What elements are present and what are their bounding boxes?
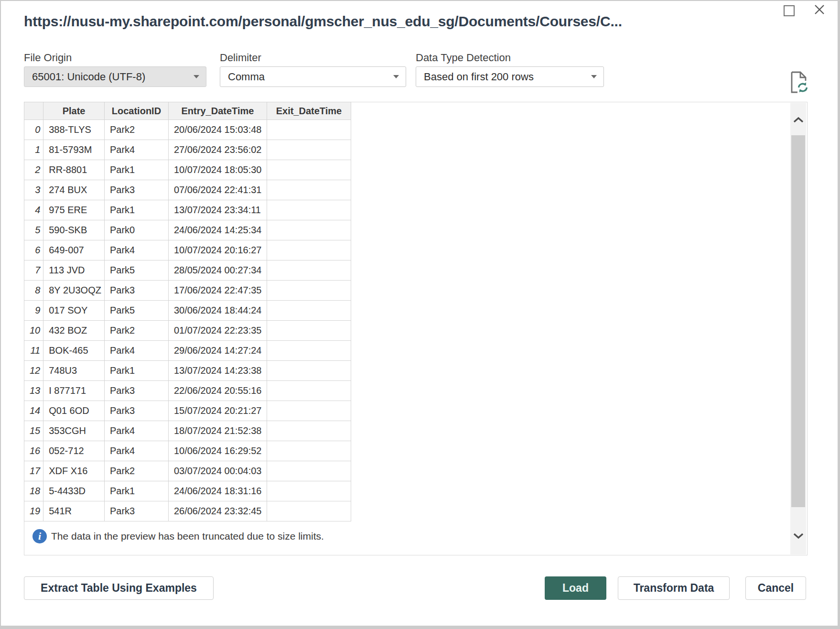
table-cell: 24/06/2024 18:31:16 (168, 481, 267, 501)
data-type-detection-value: Based on first 200 rows (424, 71, 534, 83)
table-cell: 975 ERE (43, 200, 105, 220)
row-index-cell: 15 (24, 421, 43, 441)
table-cell: Park4 (104, 421, 168, 441)
table-row: 16052-712Park410/06/2024 16:29:52 (24, 441, 351, 461)
table-cell: 113 JVD (43, 260, 105, 281)
row-index-cell: 12 (24, 361, 43, 381)
table-row: 185-4433DPark124/06/2024 18:31:16 (24, 481, 351, 501)
row-index-cell: 3 (24, 180, 43, 200)
table-row: 181-5793MPark427/06/2024 23:56:02 (24, 140, 351, 160)
table-cell: 13/07/2024 14:23:38 (168, 361, 267, 381)
scroll-up-icon (793, 117, 804, 123)
dialog-title: https://nusu-my.sharepoint.com/personal/… (24, 13, 779, 30)
table-cell: Park1 (104, 200, 168, 220)
table-cell: 017 SOY (43, 301, 105, 321)
file-origin-dropdown[interactable]: 65001: Unicode (UTF-8) (24, 66, 206, 87)
table-cell: Park4 (104, 140, 168, 160)
scroll-up-button[interactable] (790, 107, 806, 133)
table-cell: 10/07/2024 20:16:27 (168, 240, 267, 260)
table-cell: Park3 (104, 281, 168, 301)
row-index-cell: 9 (24, 301, 43, 321)
column-header-plate: Plate (43, 102, 105, 120)
table-cell: Park3 (104, 501, 168, 521)
table-cell: 01/07/2024 22:23:35 (168, 321, 267, 341)
table-cell (267, 421, 351, 441)
row-index-cell: 19 (24, 501, 43, 521)
row-index-cell: 17 (24, 461, 43, 481)
close-button[interactable] (812, 2, 827, 17)
table-cell (267, 180, 351, 200)
table-cell: 24/06/2024 14:25:34 (168, 220, 267, 240)
chevron-down-icon (591, 75, 597, 78)
table-cell: 17/06/2024 22:47:35 (168, 281, 267, 301)
table-cell (267, 281, 351, 301)
table-cell: 28/05/2024 00:27:34 (168, 260, 267, 281)
row-index-cell: 2 (24, 160, 43, 180)
table-cell: 07/06/2024 22:41:31 (168, 180, 267, 200)
data-type-detection-label: Data Type Detection (416, 52, 511, 64)
table-cell (267, 341, 351, 361)
close-icon (813, 3, 826, 16)
table-cell: Park3 (104, 180, 168, 200)
cancel-button[interactable]: Cancel (745, 576, 806, 600)
vertical-scrollbar[interactable] (790, 103, 806, 554)
table-cell: Park1 (104, 160, 168, 180)
table-cell: 10/06/2024 16:29:52 (168, 441, 267, 461)
table-cell (267, 260, 351, 281)
table-cell: Park4 (104, 341, 168, 361)
table-cell: Park2 (104, 120, 168, 140)
table-cell: 20/06/2024 15:03:48 (168, 120, 267, 140)
extract-table-using-examples-button[interactable]: Extract Table Using Examples (24, 576, 214, 600)
table-row: 6649-007Park410/07/2024 20:16:27 (24, 240, 351, 260)
file-origin-value: 65001: Unicode (UTF-8) (32, 71, 145, 83)
table-row: 3274 BUXPark307/06/2024 22:41:31 (24, 180, 351, 200)
table-cell (267, 401, 351, 421)
table-cell (267, 140, 351, 160)
table-cell: Park3 (104, 381, 168, 401)
table-cell (267, 501, 351, 521)
table-cell: 10/07/2024 18:05:30 (168, 160, 267, 180)
row-index-cell: 13 (24, 381, 43, 401)
table-cell (267, 381, 351, 401)
table-cell: Q01 6OD (43, 401, 105, 421)
table-cell: 15/07/2024 20:21:27 (168, 401, 267, 421)
table-header-row: Plate LocationID Entry_DateTime Exit_Dat… (24, 102, 351, 120)
table-row: 5590-SKBPark024/06/2024 14:25:34 (24, 220, 351, 240)
load-button[interactable]: Load (545, 576, 606, 600)
table-cell: BOK-465 (43, 341, 105, 361)
row-index-cell: 0 (24, 120, 43, 140)
table-row: 88Y 2U3OQZPark317/06/2024 22:47:35 (24, 281, 351, 301)
preview-table: Plate LocationID Entry_DateTime Exit_Dat… (24, 102, 351, 521)
table-cell: 432 BOZ (43, 321, 105, 341)
maximize-button[interactable] (783, 4, 795, 17)
table-cell: Park5 (104, 260, 168, 281)
table-row: 7113 JVDPark528/05/2024 00:27:34 (24, 260, 351, 281)
row-index-cell: 6 (24, 240, 43, 260)
table-row: 11BOK-465Park429/06/2024 14:27:24 (24, 341, 351, 361)
transform-data-button[interactable]: Transform Data (618, 576, 730, 600)
table-cell: 353CGH (43, 421, 105, 441)
table-cell: 22/06/2024 20:55:16 (168, 381, 267, 401)
table-cell: 388-TLYS (43, 120, 105, 140)
table-row: 19541RPark326/06/2024 23:32:45 (24, 501, 351, 521)
chevron-down-icon (393, 75, 399, 78)
data-type-detection-dropdown[interactable]: Based on first 200 rows (416, 66, 604, 87)
table-cell: 18/07/2024 21:52:38 (168, 421, 267, 441)
table-row: 15353CGHPark418/07/2024 21:52:38 (24, 421, 351, 441)
table-cell: 052-712 (43, 441, 105, 461)
chevron-down-icon (194, 75, 199, 78)
delimiter-value: Comma (228, 71, 265, 83)
table-cell (267, 301, 351, 321)
column-header-entry-datetime: Entry_DateTime (168, 102, 267, 120)
scrollbar-thumb[interactable] (791, 135, 805, 507)
row-index-cell: 5 (24, 220, 43, 240)
table-cell: Park4 (104, 240, 168, 260)
file-origin-label: File Origin (24, 52, 72, 64)
row-index-cell: 16 (24, 441, 43, 461)
delimiter-dropdown[interactable]: Comma (220, 66, 406, 87)
table-cell: Park1 (104, 481, 168, 501)
table-cell (267, 160, 351, 180)
scroll-down-button[interactable] (790, 522, 806, 549)
delimiter-label: Delimiter (220, 52, 261, 64)
table-cell: 541R (43, 501, 105, 521)
